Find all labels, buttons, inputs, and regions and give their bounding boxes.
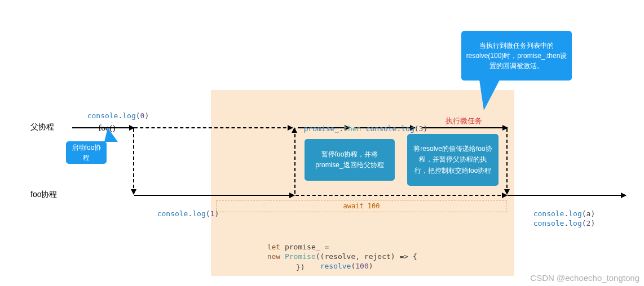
foo-arrow-end — [508, 195, 626, 196]
log3-label: console.log(3) — [357, 116, 427, 133]
watermark: CSDN @echoecho_tongtong — [530, 273, 639, 283]
log2-label: console.log(2) — [524, 211, 595, 227]
exec-micro-label: 执行微任务 — [445, 116, 482, 126]
dashed-v-3 — [506, 128, 508, 194]
row-foo-label: foo协程 — [30, 190, 57, 200]
dashed-v-1 — [133, 128, 134, 194]
callout-start-foo: 启动foo协程 — [66, 141, 107, 164]
promise-then-label: promise_.then — [295, 116, 361, 133]
foo-arrow-1 — [134, 195, 294, 196]
callout-top-right: 当执行到微任务列表中的resolve(100)时，promise_.then设置… — [461, 31, 572, 81]
row-parent-label: 父协程 — [30, 122, 54, 132]
await-box: await 100 — [217, 200, 506, 212]
foo-dashed-mid — [295, 195, 506, 196]
dashed-h-parent — [134, 127, 292, 128]
code-close: }) — [296, 263, 305, 271]
code-resolve: resolve(100) — [311, 253, 373, 270]
callout-start-foo-tail — [104, 128, 118, 142]
log1-label: console.log(1) — [148, 201, 219, 218]
callout-top-right-tail — [479, 80, 500, 110]
parent-arrow-1 — [72, 127, 134, 128]
note-pause-foo: 暂停foo协程，并将promise_返回给父协程 — [305, 139, 395, 181]
dashed-v-2 — [294, 128, 295, 194]
note-pass-resolve: 将resolve的值传递给foo协程，并暂停父协程的执行，把控制权交给foo协程 — [407, 134, 499, 186]
dashed-v-2-arrow — [292, 127, 297, 133]
parent-arrow-micro — [422, 127, 508, 128]
